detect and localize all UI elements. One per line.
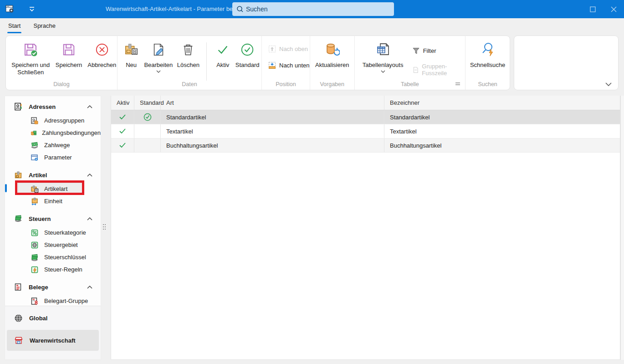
sidebar-item-parameter[interactable]: Parameter [5,151,101,164]
sidebar-item-warenwirtschaft[interactable]: Warenwirtschaft [7,330,99,351]
tab-start[interactable]: Start [7,18,21,35]
table-scrollbar[interactable] [620,96,624,360]
new-button[interactable]: Neu [121,41,141,69]
section-label: Belege [29,284,48,291]
cell-art: Standardartikel [161,110,384,124]
item-label: Zahlungsbedingungen [42,129,101,136]
check-icon [119,142,126,149]
quick-search-label: Schnellsuche [470,62,505,69]
payment-ways-icon [31,141,39,149]
group-label-tabelle: Tabelle [355,81,465,87]
sidebar-bottom: Global Warenwirtschaft [5,306,101,359]
delete-button[interactable]: Löschen [175,41,201,69]
sidebar-item-steuergebiet[interactable]: Steuergebiet [5,239,101,251]
maximize-button[interactable] [582,0,603,18]
chevron-up-icon[interactable] [87,105,92,108]
item-label: Steuer-Regeln [44,266,82,273]
save-close-icon [23,42,38,57]
chevron-up-icon[interactable] [87,217,92,220]
table-layouts-button[interactable]: Tabellenlayouts [359,41,407,73]
ribbon-tabs: Start Sprache [0,18,624,35]
move-up-label: Nach oben [279,46,308,52]
sidebar-item-global[interactable]: Global [7,309,99,327]
item-label: Warenwirtschaft [30,337,76,344]
filter-button[interactable]: Filter [412,47,436,55]
check-circle-icon [143,113,152,121]
ribbon-group-position: Nach oben Nach unten Position [262,36,310,90]
sidebar-item-einheit[interactable]: Einheit [5,195,101,207]
column-header-bezeichner[interactable]: Bezeichner [384,96,620,110]
move-down-button[interactable]: Nach unten [268,62,310,69]
standard-check-icon [240,42,255,57]
cancel-button[interactable]: Abbrechen [87,41,117,69]
tab-sprache[interactable]: Sprache [32,18,56,35]
table-row[interactable]: Buchhaltungsartikel Buchhaltungsartikel [111,138,620,153]
item-label: Belegart-Gruppe [44,297,88,304]
ribbon-group-daten: Neu Bearbeiten [118,36,262,90]
group-footer-label: Gruppen-Fusszeile [422,63,465,77]
sidebar-item-steuer-regeln[interactable]: Steuer-Regeln [5,263,101,276]
ribbon-group-suchen: Schnellsuche Suchen [465,36,510,90]
globe-icon [14,314,23,323]
table-row[interactable]: Standardartikel Standardartikel [111,110,620,124]
save-label: Speichern [56,62,82,69]
delete-label: Löschen [177,62,199,69]
group-label-daten: Daten [118,81,261,87]
close-button[interactable] [603,0,624,18]
item-label: Parameter [44,154,72,161]
edit-icon [151,42,166,57]
sidebar-section-artikel[interactable]: Artikel [5,167,101,183]
table-row[interactable]: Textartikel Textartikel [111,124,620,138]
sidebar-section-belege[interactable]: Belege [5,279,101,295]
titlebar: Warenwirtschaft-Artikel-Artikelart - Par… [0,0,624,18]
sidebar-section-steuern[interactable]: Steuern [5,211,101,226]
sidebar-item-artikelart[interactable]: Artikelart [5,183,101,195]
table-header: Aktiv Standard Art Bezeichner [111,96,620,110]
check-icon [119,128,126,134]
move-down-label: Nach unten [279,62,310,69]
standard-button[interactable]: Standard [233,41,261,69]
sidebar-item-zahlungsbedingungen[interactable]: Zahlungsbedingungen [5,127,101,139]
column-header-art[interactable]: Art [161,96,384,110]
active-button[interactable]: Aktiv [212,41,233,69]
sidebar-item-belegart-gruppe[interactable]: Belegart-Gruppe [5,295,101,306]
save-button[interactable]: Speichern [56,41,82,69]
sidebar-nav: Adressen Adressgruppen Zahl [5,96,101,306]
sidebar-splitter[interactable] [103,224,108,232]
maximize-icon [590,6,596,12]
quick-search-button[interactable]: Schnellsuche [467,41,508,69]
cell-art: Textartikel [161,124,384,138]
save-and-close-button[interactable]: Speichern und Schließen [10,41,51,76]
chevron-up-icon[interactable] [87,174,92,177]
address-groups-icon [31,117,39,125]
column-header-standard[interactable]: Standard [134,96,161,110]
search-icon [236,5,244,13]
ribbon-empty-panel [514,36,619,90]
chevron-up-icon[interactable] [87,286,92,289]
ribbon: Speichern und Schließen Speichern [5,36,510,90]
sidebar-item-steuerschluessel[interactable]: Steuerschlüssel [5,251,101,263]
cancel-icon [95,42,109,57]
parameter-icon [31,154,39,162]
sidebar-item-adressgruppen[interactable]: Adressgruppen [5,114,101,127]
column-header-aktiv[interactable]: Aktiv [111,96,134,110]
sidebar-item-steuerkategorie[interactable]: Steuerkategorie [5,226,101,239]
refresh-button[interactable]: Aktualisieren [311,41,353,69]
quick-access-toolbar-icon[interactable] [28,5,36,13]
sidebar-section-adressen[interactable]: Adressen [5,99,101,114]
titlebar-search[interactable] [232,2,394,16]
store-icon [14,336,23,345]
cancel-label: Abbrechen [87,62,116,69]
payment-terms-icon [31,129,36,137]
check-icon [119,114,126,120]
search-input[interactable] [246,5,383,13]
group-footer-icon [412,66,419,74]
edit-button[interactable]: Bearbeiten [141,41,175,73]
collapse-ribbon-icon[interactable] [605,82,612,86]
section-label: Adressen [29,103,56,110]
new-icon [124,42,138,57]
tax-category-icon [31,229,39,237]
sidebar-item-zahlwege[interactable]: Zahlwege [5,139,101,151]
filter-label: Filter [423,47,436,54]
tax-key-icon [31,253,39,261]
